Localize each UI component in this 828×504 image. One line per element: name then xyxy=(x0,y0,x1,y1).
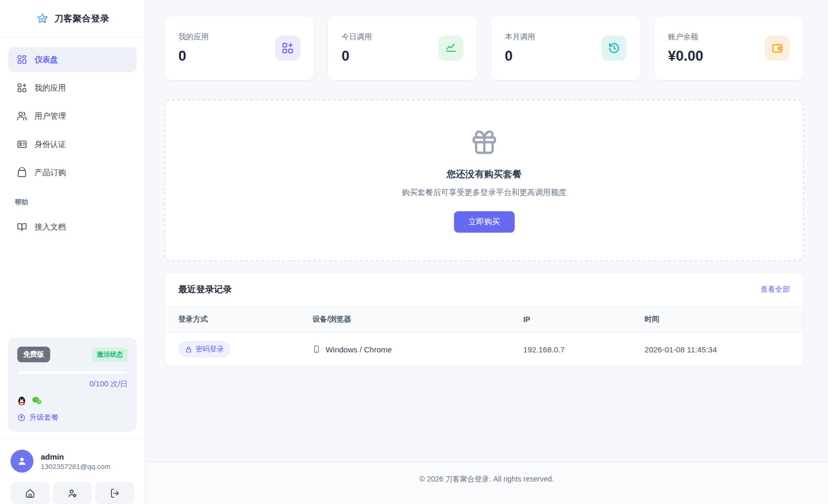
stat-cards: 我的应用 0 今日调用 0 xyxy=(164,16,804,81)
account-settings-button[interactable] xyxy=(53,482,92,504)
quota-progress-bar xyxy=(17,371,128,374)
plan-status-badge: 激活状态 xyxy=(92,348,128,362)
home-button[interactable] xyxy=(10,482,50,504)
empty-state-title: 您还没有购买套餐 xyxy=(447,168,522,180)
stat-value: 0 xyxy=(342,48,372,64)
stat-value: ¥0.00 xyxy=(668,48,704,64)
table-row: 密码登录 Windows / Chrome xyxy=(165,333,803,366)
wallet-icon xyxy=(765,36,790,61)
stat-card-today-calls: 今日调用 0 xyxy=(327,16,478,81)
ip-value: 192.168.0.7 xyxy=(509,333,631,366)
buy-now-button[interactable]: 立即购买 xyxy=(454,211,515,233)
plan-card: 免费版 激活状态 0/100 次/日 xyxy=(8,338,137,431)
circle-arrow-up-icon xyxy=(17,414,26,422)
column-header-method: 登录方式 xyxy=(165,307,299,333)
sidebar-item-user-management[interactable]: 用户管理 xyxy=(8,104,137,129)
column-header-time: 时间 xyxy=(631,307,803,333)
view-all-link[interactable]: 查看全部 xyxy=(761,285,790,294)
upgrade-plan-label: 升级套餐 xyxy=(29,413,59,422)
smartphone-icon xyxy=(312,345,321,353)
column-header-device: 设备/浏览器 xyxy=(299,307,509,333)
empty-state-subtitle: 购买套餐后可享受更多登录平台和更高调用额度 xyxy=(402,188,566,198)
sidebar-item-label: 身份认证 xyxy=(35,140,66,150)
login-method-label: 密码登录 xyxy=(196,345,224,354)
app-logo-area: 刀客聚合登录 xyxy=(0,0,145,38)
column-header-ip: IP xyxy=(509,307,631,333)
avatar xyxy=(10,450,33,473)
quota-text: 0/100 次/日 xyxy=(17,379,128,389)
dashboard-grid-icon xyxy=(17,54,27,65)
logout-button[interactable] xyxy=(95,482,134,504)
recent-logins-title: 最近登录记录 xyxy=(178,283,232,295)
sidebar-item-label: 接入文档 xyxy=(35,222,66,232)
login-method-badge: 密码登录 xyxy=(178,341,231,358)
stat-value: 0 xyxy=(505,48,535,64)
app-title: 刀客聚合登录 xyxy=(54,13,109,25)
sidebar-nav: 仪表盘 我的应用 用户管理 xyxy=(0,38,145,338)
sidebar-item-label: 用户管理 xyxy=(35,111,66,121)
stat-label: 账户余额 xyxy=(668,32,704,42)
stat-card-month-calls: 本月调用 0 xyxy=(491,16,641,81)
wechat-icon xyxy=(32,396,42,405)
history-clock-icon xyxy=(602,36,627,61)
logout-icon xyxy=(110,488,120,498)
recent-logins-table: 登录方式 设备/浏览器 IP 时间 xyxy=(165,306,803,366)
sidebar-section-help: 帮助 xyxy=(15,198,137,207)
user-area: admin 1302357281@qq.com xyxy=(0,439,145,504)
stat-value: 0 xyxy=(178,48,209,64)
sidebar: 刀客聚合登录 仪表盘 我的应用 xyxy=(0,0,145,504)
stat-card-my-apps: 我的应用 0 xyxy=(164,16,314,81)
sidebar-item-label: 我的应用 xyxy=(35,83,66,93)
upgrade-plan-link[interactable]: 升级套餐 xyxy=(17,413,128,422)
star-logo-icon xyxy=(36,12,49,26)
stat-card-balance: 账户余额 ¥0.00 xyxy=(654,16,804,81)
stat-label: 我的应用 xyxy=(178,32,209,42)
device-browser-value: Windows / Chrome xyxy=(325,345,392,354)
sidebar-item-my-apps[interactable]: 我的应用 xyxy=(8,75,137,100)
user-gear-icon xyxy=(67,488,77,498)
book-open-icon xyxy=(17,222,27,232)
home-icon xyxy=(25,488,35,498)
id-card-icon xyxy=(17,139,27,150)
sidebar-item-dashboard[interactable]: 仪表盘 xyxy=(8,47,137,72)
sidebar-item-docs[interactable]: 接入文档 xyxy=(8,214,137,239)
sidebar-item-label: 仪表盘 xyxy=(35,55,58,65)
stat-label: 今日调用 xyxy=(342,32,372,42)
grid-plus-icon xyxy=(17,83,27,93)
main-content: 我的应用 0 今日调用 0 xyxy=(145,0,828,504)
plan-name-badge: 免费版 xyxy=(17,347,50,362)
copyright-text: © 2026 刀客聚合登录. All rights reserved. xyxy=(419,475,554,483)
shopping-bag-icon xyxy=(17,167,27,178)
user-name: admin xyxy=(41,452,110,461)
sidebar-item-label: 产品订购 xyxy=(35,168,66,178)
grid-plus-icon xyxy=(275,36,300,61)
sidebar-item-identity[interactable]: 身份认证 xyxy=(8,132,137,157)
footer: © 2026 刀客聚合登录. All rights reserved. xyxy=(145,462,828,504)
qq-icon xyxy=(17,396,26,406)
recent-logins-card: 最近登录记录 查看全部 登录方式 设备/浏览器 IP 时间 xyxy=(164,272,804,366)
stat-label: 本月调用 xyxy=(505,32,535,42)
lock-icon xyxy=(185,346,192,353)
gift-icon xyxy=(470,128,498,156)
user-email: 1302357281@qq.com xyxy=(41,463,110,471)
users-icon xyxy=(17,111,27,121)
no-package-panel: 您还没有购买套餐 购买套餐后可享受更多登录平台和更高调用额度 立即购买 xyxy=(164,99,804,261)
time-value: 2026-01-08 11:45:34 xyxy=(631,333,803,366)
platform-icons xyxy=(17,396,128,406)
sidebar-item-product-order[interactable]: 产品订购 xyxy=(8,160,137,185)
trend-chart-icon xyxy=(438,36,463,61)
